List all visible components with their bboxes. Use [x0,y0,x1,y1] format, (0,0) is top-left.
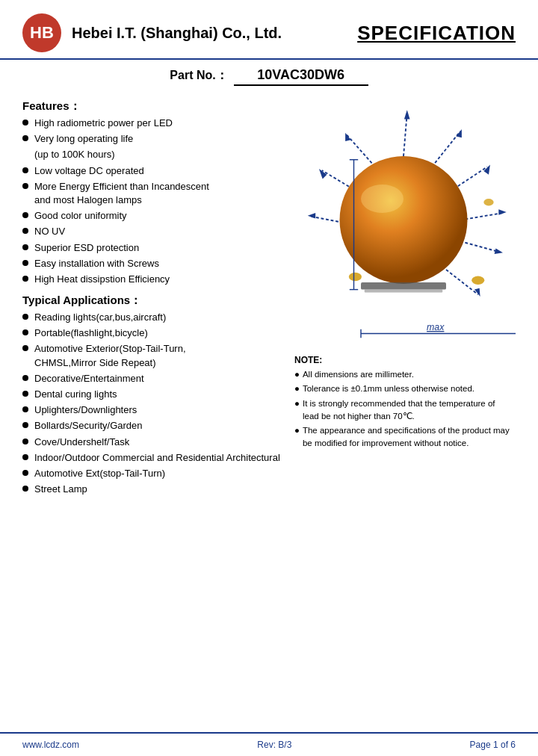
bullet-icon [22,422,28,428]
svg-point-22 [483,199,493,206]
bullet-icon [22,244,28,250]
list-item: Very long operating life [22,132,284,146]
right-column: max NOTE: ● All dimensions are millimete… [291,92,516,498]
applications-list: Reading lights(car,bus,aircraft) Portabl… [22,311,284,496]
list-item: Good color uniformity [22,209,284,223]
list-item: Reading lights(car,bus,aircraft) [22,311,284,324]
svg-line-2 [404,114,407,156]
bullet-icon [22,406,28,412]
svg-text:max: max [427,322,445,332]
svg-marker-7 [483,164,490,174]
bullet-icon [22,183,28,189]
svg-marker-11 [495,249,503,255]
bullet-icon [22,228,28,234]
list-item: Dental curing lights [22,388,284,401]
bullet-icon [22,391,28,397]
svg-line-10 [460,241,499,252]
footer-revision: Rev: B/3 [257,740,291,750]
company-logo: HB [22,13,61,52]
note-line-2: ● Tolerance is ±0.1mm unless otherwise n… [294,382,513,395]
features-list-2: Low voltage DC operated More Energy Effi… [22,164,284,287]
list-item: Uplighters/Downlighters [22,403,284,417]
company-name: Hebei I.T. (Shanghai) Co., Ltd. [72,25,357,42]
footer: www.lcdz.com Rev: B/3 Page 1 of 6 [0,732,538,756]
list-item: Indoor/Outdoor Commercial and Residentia… [22,451,284,465]
svg-point-21 [471,276,484,285]
svg-point-20 [349,273,362,281]
svg-marker-9 [498,209,506,215]
note-line-4: ● The appearance and specifications of t… [294,424,513,450]
bullet-icon [22,375,28,381]
list-item: High radiometric power per LED [22,117,284,130]
bullet-icon [22,212,28,218]
list-item: Portable(flashlight,bicycle) [22,326,284,340]
led-diagram: max [291,99,516,383]
part-number-label: Part No.： [170,68,227,84]
svg-line-4 [432,131,460,167]
list-item: Low voltage DC operated [22,164,284,178]
bullet-icon [22,454,28,460]
list-item: More Energy Efficient than Incandescenta… [22,180,284,207]
svg-marker-19 [308,213,315,219]
features-title: Features： [22,99,284,114]
left-column: Features： High radiometric power per LED… [22,92,284,498]
list-item: Automotive Exterior(Stop-Tail-Turn,CHMSL… [22,342,284,369]
svg-rect-26 [365,290,443,293]
svg-rect-25 [361,282,446,290]
bullet-icon [22,260,28,266]
bullet-icon [22,167,28,173]
bullet-icon [22,314,28,320]
svg-line-14 [347,135,375,167]
bullet-icon [22,345,28,351]
diagram-svg: max [291,99,516,383]
note-line-3: ● It is strongly recommended that the te… [294,397,513,424]
applications-title: Typical Applications： [22,294,284,308]
part-number-value: 10VAC30DW6 [234,67,368,86]
bullet-icon [22,276,28,282]
svg-text:HB: HB [30,23,54,42]
features-list: High radiometric power per LED Very long… [22,117,284,146]
footer-page: Page 1 of 6 [470,740,516,750]
spec-title: SPECIFICATION [357,22,516,45]
bullet-icon [22,135,28,141]
footer-website: www.lcdz.com [22,740,79,750]
svg-marker-15 [345,133,351,141]
part-number-row: Part No.： 10VAC30DW6 [0,60,538,92]
list-item: Decorative/Entertainment [22,372,284,385]
list-item: Superior ESD protection [22,241,284,255]
list-item: Cove/Undershelf/Task [22,436,284,449]
bullet-icon [22,470,28,476]
svg-marker-5 [456,129,462,137]
bullet-icon [22,329,28,335]
bullet-icon [22,486,28,492]
svg-point-23 [340,156,468,284]
main-content: Features： High radiometric power per LED… [0,92,538,498]
list-item: Street Lamp [22,483,284,496]
bullet-icon [22,120,28,126]
list-item: High Heat dissipstion Efficiency [22,273,284,286]
header: HB Hebei I.T. (Shanghai) Co., Ltd. SPECI… [0,0,538,60]
indent-text: (up to 100K hours) [22,148,284,161]
svg-point-24 [361,185,404,213]
svg-marker-3 [404,110,410,119]
list-item: Automotive Ext(stop-Tail-Turn) [22,467,284,480]
list-item: NO UV [22,225,284,238]
list-item: Bollards/Security/Garden [22,419,284,433]
bullet-icon [22,439,28,444]
list-item: Easy installation with Screws [22,257,284,270]
